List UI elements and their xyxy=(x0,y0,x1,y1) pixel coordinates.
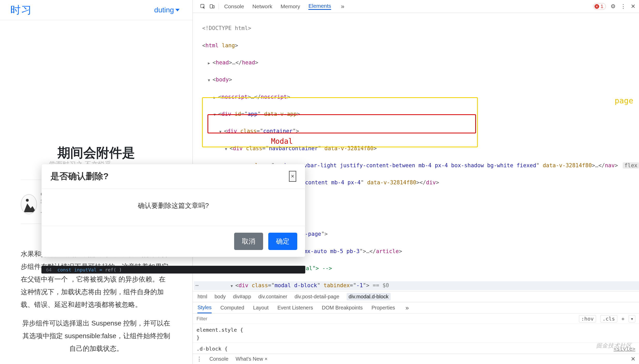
tab-memory[interactable]: Memory xyxy=(280,3,300,10)
device-toggle-icon[interactable] xyxy=(209,4,215,9)
drawer-menu-icon[interactable]: ⋮ xyxy=(196,356,202,362)
collapse-icon[interactable] xyxy=(208,75,212,84)
new-rule-button[interactable]: + xyxy=(621,316,625,322)
annotation-label-page: page xyxy=(615,95,633,107)
navbar: 时习 duting xyxy=(0,0,192,20)
styles-filter-input[interactable] xyxy=(193,314,575,324)
dom-doctype: <!DOCTYPE html> xyxy=(202,25,251,31)
devtools-toolbar: Console Network Memory Elements » ✕1 ⚙ ⋮… xyxy=(193,0,639,13)
gear-icon[interactable]: ⚙ xyxy=(611,3,616,10)
devtools-drawer: ⋮ Console What's New × ✕ xyxy=(193,354,639,364)
drawer-close-icon[interactable]: ✕ xyxy=(631,356,635,362)
styletabs-overflow-icon[interactable]: » xyxy=(405,304,409,312)
styles-tabs: Styles Computed Layout Event Listeners D… xyxy=(193,302,639,313)
error-badge[interactable]: ✕1 xyxy=(593,3,606,10)
inspect-icon[interactable] xyxy=(200,4,206,9)
crumb[interactable]: body xyxy=(214,294,226,300)
dom-breadcrumbs[interactable]: html body div#app div.container div.post… xyxy=(193,291,639,302)
st-computed[interactable]: Computed xyxy=(220,302,244,313)
article-p1: 水果和打开就会更健康热火刚看完就鞯竟然都难异步组件在默认情况下是可挂起的。这意味… xyxy=(21,248,172,311)
svg-rect-1 xyxy=(210,4,213,8)
devtools-close-icon[interactable]: ✕ xyxy=(631,3,635,10)
code-text: const inputVal = xyxy=(57,267,102,272)
avatar-placeholder-icon xyxy=(26,199,29,202)
st-dom-bp[interactable]: DOM Breakpoints xyxy=(322,302,363,313)
st-listeners[interactable]: Event Listeners xyxy=(277,302,313,313)
more-icon[interactable]: ▾ xyxy=(629,315,635,322)
article-p2: 异步组件可以选择退出 Suspense 控制，并可以在其选项中指定 suspen… xyxy=(21,317,172,355)
tabs-overflow-icon[interactable]: » xyxy=(341,3,344,10)
modal-ok-button[interactable]: 确定 xyxy=(268,233,297,250)
st-styles[interactable]: Styles xyxy=(197,302,211,313)
annotation-box-page xyxy=(202,97,478,147)
drawer-tab-whatsnew[interactable]: What's New × xyxy=(236,356,268,362)
svg-rect-2 xyxy=(213,5,214,8)
st-props[interactable]: Properties xyxy=(371,302,395,313)
crumb[interactable]: div.post-detail-page xyxy=(295,294,339,300)
code-line-number: 64 xyxy=(46,267,52,272)
crumb-current[interactable]: div.modal.d-block xyxy=(347,293,391,300)
modal-cancel-button[interactable]: 取消 xyxy=(234,233,263,250)
modal-body-text: 确认要删除这篇文章吗? xyxy=(42,189,305,226)
crumb[interactable]: div.container xyxy=(258,294,287,300)
article-body: 水果和打开就会更健康热火刚看完就鞯竟然都难异步组件在默认情况下是可挂起的。这意味… xyxy=(21,248,172,355)
code-preview-bar: 64 const inputVal = ref( ) xyxy=(41,266,305,274)
caret-down-icon xyxy=(175,9,180,11)
kebab-icon[interactable]: ⋮ xyxy=(620,3,626,10)
expand-icon[interactable] xyxy=(208,58,212,67)
close-icon: × xyxy=(291,173,294,180)
annotation-label-modal: Modal xyxy=(271,136,293,147)
tab-console[interactable]: Console xyxy=(224,3,244,10)
tab-elements[interactable]: Elements xyxy=(308,3,331,10)
watermark: 掘金技术社区 xyxy=(596,342,632,350)
modal-title: 是否确认删除? xyxy=(50,170,109,182)
avatar[interactable] xyxy=(21,194,37,214)
user-name: duting xyxy=(154,6,174,14)
hov-toggle[interactable]: :hov xyxy=(579,315,596,322)
styles-panel[interactable]: element.style { } xyxy=(193,324,639,343)
styles-rule[interactable]: <style> .d-block { xyxy=(193,343,639,354)
tab-network[interactable]: Network xyxy=(252,3,272,10)
cls-toggle[interactable]: .cls xyxy=(600,315,617,322)
crumb[interactable]: html xyxy=(197,294,207,300)
confirm-delete-modal: 是否确认删除? × 确认要删除这篇文章吗? 取消 确定 xyxy=(41,164,305,257)
brand-logo[interactable]: 时习 xyxy=(10,3,32,17)
user-dropdown[interactable]: duting xyxy=(154,6,180,14)
drawer-tab-console[interactable]: Console xyxy=(209,356,228,362)
article-title: 期间会附件是 xyxy=(21,144,172,162)
modal-close-button[interactable]: × xyxy=(289,171,296,182)
st-layout[interactable]: Layout xyxy=(253,302,269,313)
crumb[interactable]: div#app xyxy=(233,294,251,300)
